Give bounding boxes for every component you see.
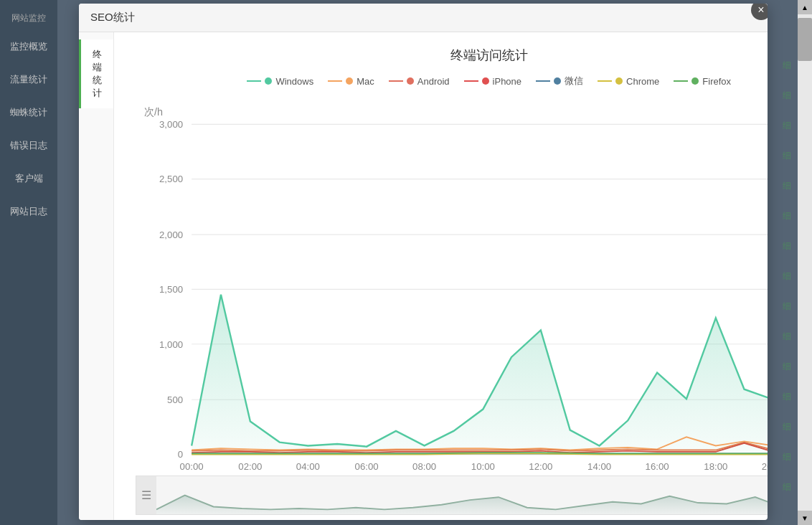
sidebar: 网站监控 监控概览 流量统计 蜘蛛统计 错误日志 客户端 网站日志 [0,0,57,525]
legend-windows-label: Windows [275,76,313,87]
modal-body: 终端统计 终端访问统计 Windows Mac [79,32,768,520]
svg-text:10:00: 10:00 [471,461,495,471]
chart-container: 次/h 3,000 2,500 2,000 [136,98,768,472]
legend-wechat: 微信 [536,75,583,88]
legend-mac-dot [346,77,353,85]
svg-text:00:00: 00:00 [180,461,204,471]
svg-text:02:00: 02:00 [238,461,262,471]
legend-iphone-dot [482,77,489,85]
sidebar-item-client[interactable]: 客户端 [0,162,57,195]
svg-text:2,500: 2,500 [159,174,183,184]
scrollbar-thumb[interactable] [798,18,812,61]
svg-text:12:00: 12:00 [529,461,552,471]
sidebar-item-spider[interactable]: 蜘蛛统计 [0,96,57,129]
svg-text:04:00: 04:00 [296,461,320,471]
chart-title: 终端访问统计 [136,47,768,64]
scrollbar-track[interactable] [798,14,812,511]
legend-android-dot [407,77,414,85]
sidebar-item-traffic[interactable]: 流量统计 [0,63,57,96]
minimap-left-btn[interactable]: ☰ [136,476,156,514]
sidebar-item-sitelog[interactable]: 网站日志 [0,195,57,228]
modal-title: SEO统计 [90,11,135,24]
svg-text:20:00: 20:00 [762,461,768,471]
legend: Windows Mac Android [136,75,768,88]
legend-firefox-dot [691,77,699,85]
svg-text:2,000: 2,000 [159,230,183,240]
legend-android: Android [389,75,450,88]
legend-windows: Windows [247,75,313,88]
legend-wechat-label: 微信 [565,75,583,88]
modal-overlay: × SEO统计 终端统计 终端访问统计 Windows [57,0,798,525]
scroll-down-btn[interactable]: ▼ [798,511,812,525]
sidebar-title: 网站监控 [9,7,49,30]
svg-text:16:00: 16:00 [646,461,669,471]
y-axis-label: 次/h [144,106,163,118]
svg-text:0: 0 [178,449,183,460]
legend-firefox-label: Firefox [702,76,731,87]
legend-android-label: Android [417,76,450,87]
legend-android-line [389,80,403,82]
legend-chrome: Chrome [598,75,659,88]
legend-wechat-dot [554,77,561,85]
legend-iphone-label: iPhone [493,76,521,87]
svg-text:14:00: 14:00 [587,461,611,471]
minimap-container: ☰ ☰ [136,476,768,515]
legend-mac: Mac [328,75,374,88]
sidebar-item-overview[interactable]: 监控概览 [0,30,57,63]
sidebar-item-errorlog[interactable]: 错误日志 [0,129,57,162]
modal-header: SEO统计 [79,4,768,32]
svg-text:08:00: 08:00 [412,461,436,471]
legend-windows-dot [265,77,272,85]
chart-area: 终端访问统计 Windows Mac [114,32,768,520]
legend-chrome-label: Chrome [626,76,659,87]
legend-wechat-line [536,80,550,82]
legend-iphone-line [464,80,478,82]
legend-iphone: iPhone [464,75,521,88]
legend-windows-line [247,80,261,82]
scroll-up-btn[interactable]: ▲ [798,0,812,14]
legend-chrome-line [598,80,612,82]
legend-mac-label: Mac [357,76,374,87]
main-chart-svg: 次/h 3,000 2,500 2,000 [136,98,768,472]
svg-text:1,000: 1,000 [159,339,183,350]
minimap-svg [156,476,768,514]
legend-firefox: Firefox [674,75,731,88]
svg-text:3,000: 3,000 [159,119,183,130]
legend-firefox-line [674,80,688,82]
modal-nav: 终端统计 [79,32,114,520]
svg-text:18:00: 18:00 [704,461,727,471]
svg-text:06:00: 06:00 [355,461,379,471]
windows-fill [192,295,768,455]
modal-nav-item-terminal[interactable]: 终端统计 [79,39,113,108]
svg-text:500: 500 [167,394,183,405]
legend-mac-line [328,80,342,82]
svg-text:1,500: 1,500 [159,284,183,295]
modal: × SEO统计 终端统计 终端访问统计 Windows [79,4,768,520]
scrollbar: ▲ ▼ [798,0,812,525]
legend-chrome-dot [615,77,623,85]
